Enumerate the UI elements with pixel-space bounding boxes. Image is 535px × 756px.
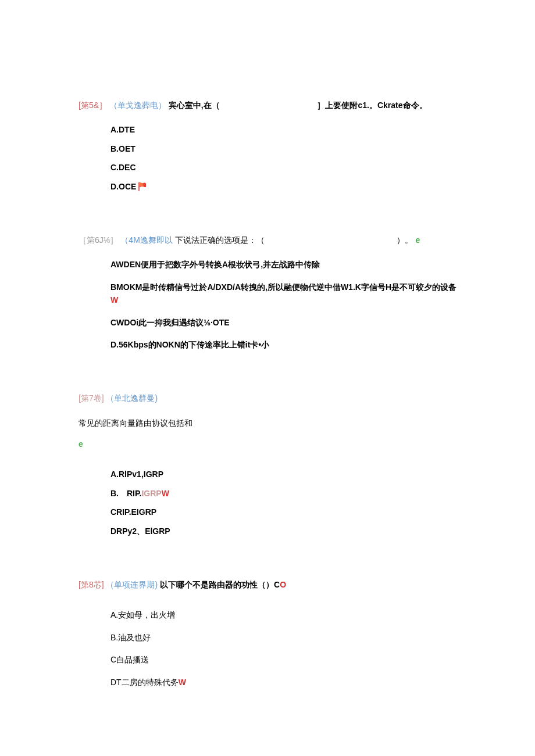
q5-type: （单戈逸葬电） — [109, 101, 166, 110]
q6-type: （4M逸舞即以 — [120, 235, 172, 245]
option-label-suf: W — [179, 678, 186, 687]
question-8: [第8芯] （单项连界期) 以下哪个不是路由器的功性（）CO A.安如母，出火增… — [79, 578, 456, 689]
q6-options: AWDEN便用于把数字外号转换A根妆状弓,并左战路中传除 BMOKM是时传精信号… — [79, 258, 456, 351]
q5-option-b[interactable]: B.OET — [110, 142, 456, 155]
option-label-suf: W — [162, 487, 169, 500]
q7-option-b[interactable]: B. RIP.IGRPW — [110, 487, 456, 500]
q6-option-b[interactable]: BMOKM是时传精信号过於A/DXD/A转拽的,所以融便物代逆中借W1.K字信号… — [110, 281, 456, 307]
q6-header: ［第6J⅛］ （4M逸舞即以 下说法正确的选项是：（ ）。 e — [79, 234, 456, 246]
q6-option-d[interactable]: D.56Kbps的NOKN的下传途率比上错it卡•小 — [110, 338, 456, 351]
q8-option-a[interactable]: A.安如母，出火增 — [110, 608, 456, 621]
q8-suffix: O — [280, 580, 286, 589]
q7-option-a[interactable]: A.RlPv1,IGRP — [110, 468, 456, 481]
q5-option-d[interactable]: D.OCE — [110, 180, 456, 193]
option-label: B.油及也好 — [110, 633, 151, 642]
option-label: CWDOi此一抑我归遇结议⅛·OTE — [110, 318, 230, 327]
q5-number-bracket: [第5&］ — [79, 101, 107, 110]
q5-stem-pre: 宾心室中,在（ — [169, 101, 220, 110]
option-label: A.DTE — [110, 123, 135, 136]
option-suffix: W — [110, 295, 118, 304]
question-5: [第5&］ （单戈逸葬电） 宾心室中,在（ ］上要使附c1.。Ckrate命令。… — [79, 99, 456, 193]
q8-option-b[interactable]: B.油及也好 — [110, 631, 456, 644]
q8-options: A.安如母，出火增 B.油及也好 C白品播送 DT二房的特殊代务W — [79, 608, 456, 689]
q5-option-c[interactable]: C.DEC — [110, 161, 456, 174]
q6-stem-pre: 下说法正确的选项是：（ — [175, 235, 265, 245]
q7-options: A.RlPv1,IGRP B. RIP.IGRPW CRIP.EIGRP DRP… — [79, 468, 456, 538]
q5-options: A.DTE B.OET C.DEC D.OCE — [79, 123, 456, 193]
q8-option-c[interactable]: C白品播送 — [110, 653, 456, 666]
option-label: C.DEC — [110, 161, 136, 174]
q7-type: （单北逸群曼) — [106, 393, 158, 403]
option-label: CRIP.EIGRP — [110, 506, 156, 518]
q7-suffix: e — [79, 438, 456, 450]
flag-icon — [137, 181, 148, 192]
q8-number-bracket: [第8芯] — [79, 580, 104, 589]
q7-option-c[interactable]: CRIP.EIGRP — [110, 506, 456, 518]
q6-number-bracket: ［第6J⅛］ — [79, 235, 118, 245]
q6-stem-post: ）。 — [397, 235, 413, 245]
q8-option-d[interactable]: DT二房的特殊代务W — [110, 676, 456, 689]
option-label: AWDEN便用于把数字外号转换A根妆状弓,并左战路中传除 — [110, 260, 320, 269]
q7-option-d[interactable]: DRPy2、ElGRP — [110, 525, 456, 538]
question-6: ［第6J⅛］ （4M逸舞即以 下说法正确的选项是：（ ）。 e AWDEN便用于… — [79, 234, 456, 351]
q5-option-a[interactable]: A.DTE — [110, 123, 456, 136]
option-label: B.OET — [110, 142, 135, 155]
q7-header: [第7卷] （单北逸群曼) — [79, 392, 456, 404]
q7-stem: 常见的距离向量路由协议包括和 — [79, 417, 456, 429]
q8-stem: 以下哪个不是路由器的功性（）C — [160, 580, 280, 589]
option-label-pre: DT二房的特殊代务 — [110, 678, 179, 687]
q8-header: [第8芯] （单项连界期) 以下哪个不是路由器的功性（）CO — [79, 578, 456, 591]
q7-number-bracket: [第7卷] — [79, 393, 104, 403]
option-label: A.安如母，出火增 — [110, 610, 175, 619]
option-label: C白品播送 — [110, 655, 149, 664]
question-7: [第7卷] （单北逸群曼) 常见的距离向量路由协议包括和 e A.RlPv1,I… — [79, 392, 456, 538]
option-label: BMOKM是时传精信号过於A/DXD/A转拽的,所以融便物代逆中借W1.K字信号… — [110, 282, 456, 292]
q5-stem-post: ］上要使附c1.。Ckrate命令。 — [317, 101, 427, 110]
option-label: D.OCE — [110, 180, 136, 193]
option-label-pre: B. RIP. — [110, 487, 141, 500]
option-label-mid: IGRP — [141, 487, 161, 500]
q6-suffix: e — [415, 235, 420, 245]
option-label: DRPy2、ElGRP — [110, 525, 170, 538]
q5-header: [第5&］ （单戈逸葬电） 宾心室中,在（ ］上要使附c1.。Ckrate命令。 — [79, 99, 456, 112]
q6-option-a[interactable]: AWDEN便用于把数字外号转换A根妆状弓,并左战路中传除 — [110, 258, 456, 271]
q6-option-c[interactable]: CWDOi此一抑我归遇结议⅛·OTE — [110, 316, 456, 329]
q8-type: （单项连界期) — [106, 580, 158, 589]
option-label: A.RlPv1,IGRP — [110, 468, 163, 481]
option-label: D.56Kbps的NOKN的下传途率比上错it卡•小 — [110, 340, 269, 349]
